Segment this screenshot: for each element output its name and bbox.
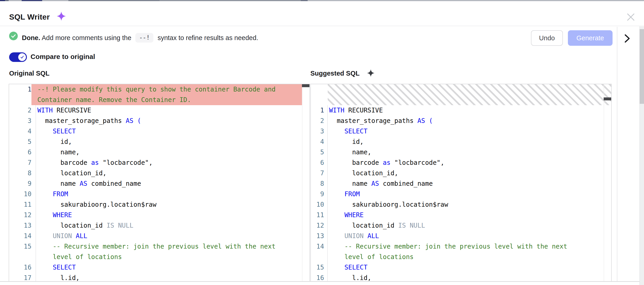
gutter-separator — [324, 273, 328, 281]
code-line[interactable]: 11 WHERE — [311, 210, 604, 220]
code-line[interactable]: 13 location_id IS NULL — [9, 220, 302, 231]
sparkle-icon — [56, 11, 66, 21]
original-sql-title: Original SQL — [9, 70, 50, 77]
code-line[interactable]: 7 barcode as "locbarcode", — [9, 158, 302, 168]
code-line[interactable]: 10 sakurabioorg.location$raw — [311, 199, 604, 210]
diff-view: 1--! Please modify this query to show th… — [0, 84, 644, 281]
toggle-knob — [18, 53, 26, 61]
code-text: barcode as "locbarcode", — [36, 158, 302, 168]
gutter-separator — [324, 220, 328, 231]
code-line[interactable]: 8 location_id, — [9, 168, 302, 178]
code-text: id, — [328, 137, 604, 147]
page-scrollbar-thumb[interactable] — [640, 29, 644, 104]
undo-button[interactable]: Undo — [531, 30, 563, 46]
code-line[interactable]: 7 location_id, — [311, 168, 604, 178]
code-line[interactable]: 15 -- Recursive member: join the previou… — [9, 241, 302, 252]
compare-toggle[interactable] — [9, 52, 27, 62]
line-number — [9, 95, 32, 105]
line-number: 6 — [9, 147, 32, 158]
editor-scrollbar-track[interactable] — [604, 84, 611, 281]
editor-scrollbar-track[interactable] — [302, 84, 310, 281]
line-number — [9, 252, 32, 262]
gutter-separator — [32, 95, 36, 105]
line-number: 1 — [311, 105, 324, 116]
gutter-separator — [324, 158, 328, 168]
line-number: 11 — [311, 210, 324, 220]
code-text: -- Recursive member: join the previous l… — [328, 241, 604, 252]
gutter-separator — [324, 178, 328, 189]
code-text: id, — [36, 137, 302, 147]
gutter-separator — [32, 210, 36, 220]
code-text: FROM — [36, 189, 302, 199]
code-line[interactable]: 4 id, — [311, 137, 604, 147]
gutter-separator — [324, 137, 328, 147]
suggested-sparkle-icon — [367, 69, 375, 77]
line-number: 2 — [9, 105, 32, 116]
line-number: 4 — [9, 126, 32, 137]
code-line[interactable]: 16 l.id, — [311, 273, 604, 281]
code-line[interactable]: 3 SELECT — [311, 126, 604, 137]
code-text: location_id IS NULL — [36, 220, 302, 231]
collapse-chevron-icon[interactable] — [621, 33, 633, 45]
code-line[interactable]: 11 sakurabioorg.location$raw — [9, 199, 302, 210]
line-number: 7 — [311, 168, 324, 178]
code-line[interactable]: 16 SELECT — [9, 262, 302, 273]
code-line[interactable]: 8 name AS combined_name — [311, 178, 604, 189]
code-text: name AS combined_name — [36, 178, 302, 189]
code-line[interactable]: 6 name, — [9, 147, 302, 158]
generate-button[interactable]: Generate — [568, 30, 612, 46]
code-text: name, — [328, 147, 604, 158]
gutter-separator — [32, 220, 36, 231]
deleted-lines-placeholder — [328, 84, 611, 105]
code-line[interactable]: 14 UNION ALL — [9, 231, 302, 241]
code-text: WHERE — [328, 210, 604, 220]
code-line[interactable]: 12 WHERE — [9, 210, 302, 220]
gutter-separator — [324, 116, 328, 126]
code-line[interactable]: 17 l.id, — [9, 273, 302, 281]
gutter-separator — [32, 147, 36, 158]
line-number: 3 — [9, 116, 32, 126]
code-line[interactable]: 12 location_id IS NULL — [311, 220, 604, 231]
code-line[interactable]: 10 FROM — [9, 189, 302, 199]
code-line[interactable]: 1--! Please modify this query to show th… — [9, 84, 302, 95]
code-line[interactable]: 5 id, — [9, 137, 302, 147]
code-line[interactable]: 1WITH RECURSIVE — [311, 105, 604, 116]
line-number: 15 — [9, 241, 32, 252]
code-line[interactable]: 2 master_storage_paths AS ( — [311, 116, 604, 126]
line-number: 13 — [311, 231, 324, 241]
code-text: WITH RECURSIVE — [328, 105, 604, 116]
code-line[interactable]: level of locations — [9, 252, 302, 262]
code-line[interactable]: 3 master_storage_paths AS ( — [9, 116, 302, 126]
code-line[interactable]: 5 name, — [311, 147, 604, 158]
compare-toggle-label: Compare to original — [30, 53, 95, 60]
suggested-sql-editor[interactable]: 1WITH RECURSIVE2 master_storage_paths AS… — [310, 84, 612, 281]
editor-scrollbar-thumb[interactable] — [604, 97, 611, 100]
code-line[interactable]: level of locations — [311, 252, 604, 262]
code-line[interactable]: 15 SELECT — [311, 262, 604, 273]
code-text: WITH RECURSIVE — [36, 105, 302, 116]
code-line[interactable]: Container name. Remove the Container ID. — [9, 95, 302, 105]
code-line[interactable]: 9 FROM — [311, 189, 604, 199]
gutter-separator — [324, 189, 328, 199]
original-sql-editor[interactable]: 1--! Please modify this query to show th… — [9, 84, 310, 281]
code-line[interactable]: 2WITH RECURSIVE — [9, 105, 302, 116]
code-line[interactable]: 6 barcode as "locbarcode", — [311, 158, 604, 168]
code-line[interactable]: 9 name AS combined_name — [9, 178, 302, 189]
gutter-separator — [32, 199, 36, 210]
gutter-separator — [324, 252, 328, 262]
close-icon[interactable] — [626, 12, 635, 22]
line-number: 17 — [9, 273, 32, 281]
gutter-separator — [32, 158, 36, 168]
code-text: -- Recursive member: join the previous l… — [36, 241, 302, 252]
gutter-separator — [324, 262, 328, 273]
status-done-label: Done. — [22, 34, 40, 42]
page-scrollbar[interactable] — [640, 26, 644, 285]
code-line[interactable]: 4 SELECT — [9, 126, 302, 137]
code-line[interactable]: 13 UNION ALL — [311, 231, 604, 241]
sql-writer-panel: SQL Writer Done. Add more comments using… — [0, 0, 644, 285]
status-message: Done. Add more comments using the --! sy… — [22, 26, 258, 49]
line-number: 15 — [311, 262, 324, 273]
editor-scrollbar-thumb[interactable] — [302, 84, 310, 87]
gutter-separator — [324, 105, 328, 116]
code-line[interactable]: 14 -- Recursive member: join the previou… — [311, 241, 604, 252]
